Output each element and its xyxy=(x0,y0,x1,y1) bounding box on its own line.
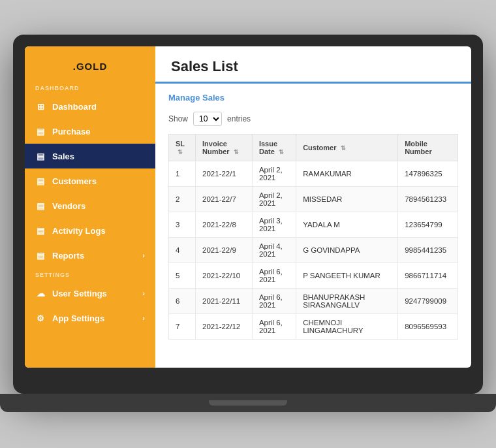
dashboard-icon: ⊞ xyxy=(35,101,46,112)
sidebar-item-vendors[interactable]: ▤ Vendors xyxy=(25,193,155,218)
sidebar-item-dashboard[interactable]: ⊞ Dashboard xyxy=(25,94,155,119)
sidebar-item-activity-logs[interactable]: ▤ Activity Logs xyxy=(25,218,155,243)
sidebar-item-customers[interactable]: ▤ Customers xyxy=(25,168,155,193)
cell-sl: 5 xyxy=(169,263,196,289)
sales-table: SL ⇅ Invoice Number ⇅ Issue Date ⇅ Custo… xyxy=(168,134,458,340)
col-sl: SL ⇅ xyxy=(169,135,196,161)
cell-date: April 6, 2021 xyxy=(252,289,296,314)
customers-icon: ▤ xyxy=(35,176,46,186)
sidebar: .GOLD DASHBOARD ⊞ Dashboard ▤ Purchase ▤… xyxy=(25,46,155,368)
table-row: 4 2021-22/9 April 4, 2021 G GOVINDAPPA 9… xyxy=(169,238,458,263)
sidebar-item-app-settings[interactable]: ⚙ App Settings › xyxy=(25,306,155,330)
cell-date: April 2, 2021 xyxy=(252,187,296,212)
cell-date: April 4, 2021 xyxy=(252,238,296,263)
vendors-icon: ▤ xyxy=(35,200,46,211)
cell-sl: 3 xyxy=(169,212,196,238)
app-logo: .GOLD xyxy=(25,54,155,81)
cell-customer: CHEMNOJI LINGAMACHURY xyxy=(296,314,398,340)
table-row: 2 2021-22/7 April 2, 2021 MISSEDAR 78945… xyxy=(169,187,458,212)
table-body: 1 2021-22/1 April 2, 2021 RAMAKUMAR 1478… xyxy=(169,161,458,340)
sidebar-item-user-settings[interactable]: ☁ User Settings › xyxy=(25,281,155,306)
sidebar-item-sales[interactable]: ▤ Sales xyxy=(25,144,155,168)
sidebar-item-label: Customers xyxy=(52,176,97,186)
cell-mobile: 9866711714 xyxy=(398,263,458,289)
cell-customer: YADALA M xyxy=(296,212,398,238)
app-settings-arrow-icon: › xyxy=(142,314,145,322)
col-date: Issue Date ⇅ xyxy=(252,135,296,161)
col-customer: Customer ⇅ xyxy=(296,135,398,161)
user-settings-arrow-icon: › xyxy=(142,289,145,297)
cell-date: April 2, 2021 xyxy=(252,161,296,187)
cell-date: April 6, 2021 xyxy=(252,263,296,289)
table-row: 1 2021-22/1 April 2, 2021 RAMAKUMAR 1478… xyxy=(169,161,458,187)
cell-customer: G GOVINDAPPA xyxy=(296,238,398,263)
sidebar-section-settings: SETTINGS xyxy=(25,268,155,281)
cell-mobile: 147896325 xyxy=(398,161,458,187)
table-header: SL ⇅ Invoice Number ⇅ Issue Date ⇅ Custo… xyxy=(169,135,458,161)
cell-date: April 3, 2021 xyxy=(252,212,296,238)
sidebar-section-dashboard: DASHBOARD xyxy=(25,81,155,94)
main-content: Sales List Manage Sales Show 10 25 50 en… xyxy=(155,46,471,368)
cell-date: April 6, 2021 xyxy=(252,314,296,340)
activity-logs-icon: ▤ xyxy=(35,225,46,236)
table-row: 7 2021-22/12 April 6, 2021 CHEMNOJI LING… xyxy=(169,314,458,340)
table-row: 5 2021-22/10 April 6, 2021 P SANGEETH KU… xyxy=(169,263,458,289)
cell-invoice: 2021-22/1 xyxy=(196,161,253,187)
user-settings-icon: ☁ xyxy=(35,288,46,298)
cell-invoice: 2021-22/9 xyxy=(196,238,253,263)
cell-customer: MISSEDAR xyxy=(296,187,398,212)
cell-mobile: 7894561233 xyxy=(398,187,458,212)
cell-sl: 6 xyxy=(169,289,196,314)
cell-mobile: 123654799 xyxy=(398,212,458,238)
cell-mobile: 8096569593 xyxy=(398,314,458,340)
manage-sales-link[interactable]: Manage Sales xyxy=(168,93,458,103)
entries-label: entries xyxy=(227,114,251,123)
col-invoice: Invoice Number ⇅ xyxy=(196,135,253,161)
show-entries-row: Show 10 25 50 entries xyxy=(168,112,458,126)
reports-arrow-icon: › xyxy=(142,251,145,259)
sidebar-item-reports[interactable]: ▤ Reports › xyxy=(25,243,155,268)
purchase-icon: ▤ xyxy=(35,126,46,136)
show-label: Show xyxy=(168,114,188,123)
cell-customer: RAMAKUMAR xyxy=(296,161,398,187)
cell-customer: P SANGEETH KUMAR xyxy=(296,263,398,289)
cell-invoice: 2021-22/12 xyxy=(196,314,253,340)
cell-sl: 7 xyxy=(169,314,196,340)
cell-mobile: 9985441235 xyxy=(398,238,458,263)
table-row: 3 2021-22/8 April 3, 2021 YADALA M 12365… xyxy=(169,212,458,238)
cell-invoice: 2021-22/7 xyxy=(196,187,253,212)
table-row: 6 2021-22/11 April 6, 2021 BHANUPRAKASH … xyxy=(169,289,458,314)
app-settings-icon: ⚙ xyxy=(35,313,46,323)
sidebar-item-label: Reports xyxy=(52,251,84,261)
cell-sl: 2 xyxy=(169,187,196,212)
content-area: Manage Sales Show 10 25 50 entries xyxy=(155,84,471,368)
reports-icon: ▤ xyxy=(35,250,46,261)
sidebar-item-label: Sales xyxy=(52,152,74,161)
sidebar-item-purchase[interactable]: ▤ Purchase xyxy=(25,119,155,144)
col-mobile: Mobile Number xyxy=(398,135,458,161)
page-header: Sales List xyxy=(155,46,471,84)
sales-icon: ▤ xyxy=(35,151,46,161)
sidebar-item-label: User Settings xyxy=(52,289,107,298)
cell-sl: 4 xyxy=(169,238,196,263)
cell-invoice: 2021-22/10 xyxy=(196,263,253,289)
cell-invoice: 2021-22/8 xyxy=(196,212,253,238)
page-title: Sales List xyxy=(171,58,456,75)
cell-sl: 1 xyxy=(169,161,196,187)
cell-invoice: 2021-22/11 xyxy=(196,289,253,314)
cell-customer: BHANUPRAKASH SIRASANGALLV xyxy=(296,289,398,314)
sidebar-item-label: Purchase xyxy=(52,127,91,136)
sidebar-item-label: Activity Logs xyxy=(52,226,106,236)
cell-mobile: 9247799009 xyxy=(398,289,458,314)
sidebar-item-label: Vendors xyxy=(52,201,85,211)
sidebar-item-label: App Settings xyxy=(52,313,104,323)
sidebar-item-label: Dashboard xyxy=(52,102,97,112)
entries-select[interactable]: 10 25 50 xyxy=(193,112,222,126)
